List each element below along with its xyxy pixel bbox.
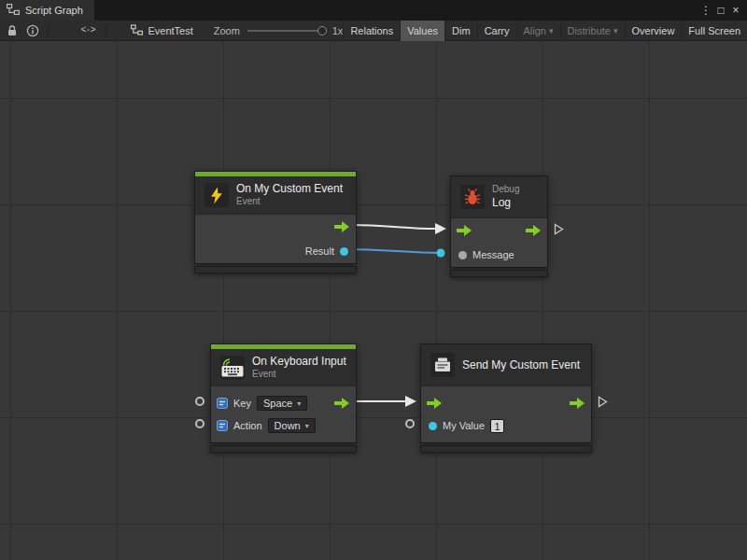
connection-endpoint (437, 249, 445, 258)
values-button[interactable]: Values (400, 21, 444, 41)
node-on-keyboard-input[interactable]: On Keyboard Input Event Key Space ▾ (210, 343, 357, 453)
zoom-slider[interactable] (247, 21, 327, 41)
action-input-port[interactable] (195, 419, 204, 428)
node-send-my-custom-event[interactable]: Send My Custom Event My Value 1 (420, 343, 592, 453)
edit-source-code-icon[interactable]: <·> (75, 21, 100, 41)
chevron-down-icon: ▾ (549, 26, 554, 35)
script-graph-window: Script Graph ⋮ □ × <·> EventTest Zoom (0, 0, 747, 560)
lightning-icon (204, 183, 229, 207)
node-footer (210, 445, 357, 453)
toolbar-separator (106, 24, 106, 37)
values-label: Values (407, 25, 438, 36)
flow-input-port[interactable] (457, 225, 472, 236)
key-dropdown[interactable]: Space ▾ (257, 396, 307, 411)
connection-flow-custom-event-to-log[interactable] (351, 225, 435, 229)
flow-output-port[interactable] (570, 398, 585, 409)
script-graph-tab-icon (7, 4, 20, 17)
tab-script-graph[interactable]: Script Graph (0, 0, 94, 21)
connections-layer (0, 41, 747, 560)
node-header[interactable]: Debug Log (451, 176, 547, 217)
relations-label: Relations (350, 25, 393, 36)
send-event-icon (430, 353, 455, 377)
window-close-icon[interactable]: × (728, 0, 743, 21)
result-value-port[interactable] (340, 247, 348, 256)
tab-bar: Script Graph ⋮ □ × (0, 0, 747, 21)
key-port-label: Key (233, 398, 251, 409)
flow-continuation-triangle-icon (554, 223, 564, 235)
graph-asset-icon (131, 24, 143, 37)
graph-name: EventTest (148, 25, 192, 36)
align-button[interactable]: Align▾ (516, 21, 560, 41)
action-port-label: Action (233, 420, 262, 431)
window-menu-icon[interactable]: ⋮ (698, 0, 713, 21)
zoom-slider-handle[interactable] (317, 26, 327, 35)
node-subtitle: Event (236, 196, 343, 208)
node-title: On My Custom Event (236, 182, 343, 196)
window-maximize-icon[interactable]: □ (713, 0, 728, 21)
enum-type-icon (217, 398, 228, 409)
graph-canvas[interactable]: On My Custom Event Event Result (0, 41, 747, 560)
lock-icon[interactable] (2, 21, 22, 41)
relations-button[interactable]: Relations (343, 21, 400, 41)
flow-continuation-triangle-icon (598, 396, 608, 408)
connection-arrowhead (435, 223, 446, 234)
flow-output-port[interactable] (334, 398, 350, 409)
action-dropdown[interactable]: Down ▾ (268, 418, 316, 433)
node-title: On Keyboard Input (252, 355, 346, 369)
flow-output-port[interactable] (334, 221, 350, 232)
zoom-slider-track[interactable] (247, 30, 327, 32)
result-port-label: Result (305, 245, 334, 257)
window-controls: ⋮ □ × (698, 0, 747, 21)
align-label: Align (524, 25, 546, 36)
distribute-label: Distribute (568, 25, 611, 36)
zoom-label: Zoom (214, 25, 240, 36)
action-dropdown-value: Down (275, 420, 301, 431)
keyboard-input-icon (220, 356, 245, 380)
bug-icon (460, 185, 485, 209)
info-icon[interactable] (22, 21, 43, 41)
full-screen-button[interactable]: Full Screen (681, 21, 747, 41)
chevron-down-icon: ▾ (305, 422, 309, 430)
flow-input-port[interactable] (427, 398, 443, 409)
zoom-value: 1x (332, 25, 344, 36)
node-title: Send My Custom Event (462, 358, 580, 372)
chevron-down-icon: ▾ (297, 399, 301, 408)
carry-label: Carry (485, 25, 510, 36)
node-subtitle: Event (252, 369, 346, 381)
node-title: Log (492, 196, 519, 210)
node-header[interactable]: On My Custom Event Event (195, 176, 356, 214)
connection-arrowhead (405, 396, 416, 407)
message-port-label: Message (472, 249, 514, 260)
node-debug-log[interactable]: Debug Log Message (450, 175, 548, 277)
node-header[interactable]: On Keyboard Input Event (211, 349, 356, 385)
carry-button[interactable]: Carry (477, 21, 516, 41)
node-footer (420, 445, 592, 453)
node-on-my-custom-event[interactable]: On My Custom Event Event Result (194, 171, 357, 273)
my-value-input[interactable]: 1 (490, 419, 504, 433)
overview-label: Overview (632, 25, 675, 36)
tab-title: Script Graph (25, 5, 83, 16)
toolbar-separator (48, 24, 49, 37)
connection-value-result-to-message[interactable] (345, 249, 441, 253)
full-screen-label: Full Screen (688, 25, 740, 36)
message-value-port[interactable] (458, 251, 467, 259)
chevron-down-icon: ▾ (613, 26, 618, 35)
my-value-port[interactable] (429, 422, 437, 430)
dim-button[interactable]: Dim (444, 21, 477, 41)
node-footer (450, 270, 548, 277)
flow-output-port[interactable] (526, 225, 542, 236)
key-input-port[interactable] (195, 397, 204, 406)
my-value-input-port[interactable] (405, 419, 415, 428)
dim-label: Dim (452, 25, 471, 36)
node-footer (194, 266, 357, 273)
node-header[interactable]: Send My Custom Event (421, 344, 591, 385)
key-dropdown-value: Space (263, 398, 292, 409)
node-category: Debug (492, 184, 519, 196)
graph-toolbar: <·> EventTest Zoom 1x Relations Values D… (0, 21, 747, 41)
my-value-port-label: My Value (443, 420, 485, 431)
overview-button[interactable]: Overview (625, 21, 682, 41)
enum-type-icon (217, 420, 228, 431)
graph-breadcrumb[interactable]: EventTest (123, 21, 200, 41)
toolbar-buttons: Relations Values Dim Carry Align▾ Distri… (343, 21, 747, 41)
distribute-button[interactable]: Distribute▾ (560, 21, 625, 41)
